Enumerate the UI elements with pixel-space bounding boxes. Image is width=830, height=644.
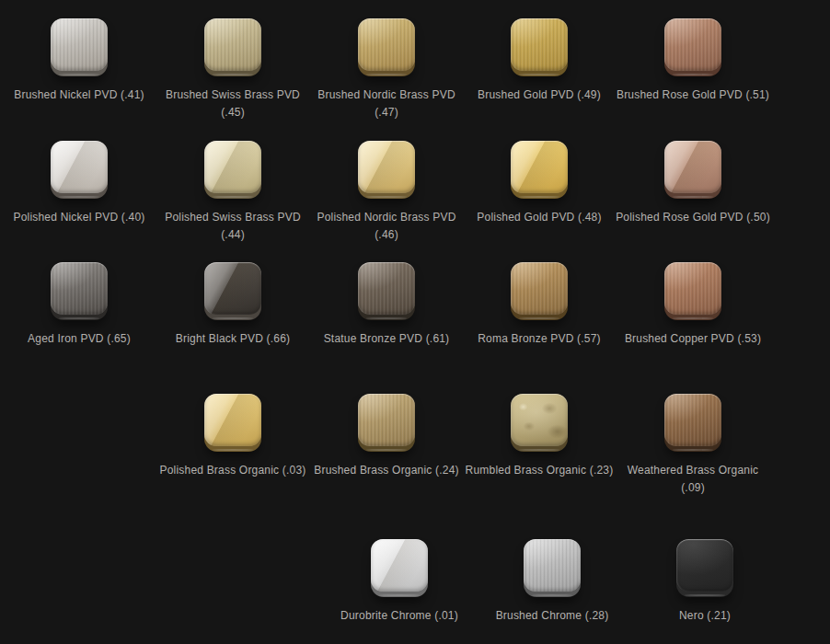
swatch-face bbox=[664, 141, 721, 193]
swatch-cell-brushed-rose-gold-pvd[interactable]: Brushed Rose Gold PVD (.51) bbox=[616, 18, 770, 104]
swatch-cell-polished-nickel-pvd[interactable]: Polished Nickel PVD (.40) bbox=[2, 141, 156, 226]
swatch-label-line1: Polished Swiss Brass PVD bbox=[156, 209, 310, 226]
finish-swatch[interactable] bbox=[51, 262, 108, 320]
swatch-label: Polished Gold PVD (.48) bbox=[462, 209, 617, 226]
finish-swatch[interactable] bbox=[511, 262, 568, 320]
finish-swatch[interactable] bbox=[664, 394, 721, 452]
swatch-cell-bright-black-pvd[interactable]: Bright Black PVD (.66) bbox=[156, 262, 310, 348]
swatch-label-line2: (.44) bbox=[156, 226, 310, 244]
swatch-cell-rumbled-brass-organic[interactable]: Rumbled Brass Organic (.23) bbox=[462, 394, 617, 479]
finish-swatch[interactable] bbox=[664, 262, 721, 320]
swatch-face bbox=[371, 539, 428, 592]
finish-picker-grid: Brushed Nickel PVD (.41) Brushed Swiss B… bbox=[0, 0, 830, 644]
finish-swatch[interactable] bbox=[511, 18, 568, 76]
swatch-cell-brushed-nickel-pvd[interactable]: Brushed Nickel PVD (.41) bbox=[2, 18, 156, 104]
swatch-label: Polished Nordic Brass PVD(.46) bbox=[309, 209, 464, 244]
finish-swatch[interactable] bbox=[51, 141, 108, 199]
swatch-label-line1: Statue Bronze PVD (.61) bbox=[309, 330, 464, 348]
swatch-label-line1: Polished Brass Organic (.03) bbox=[156, 462, 310, 479]
swatch-cell-polished-gold-pvd[interactable]: Polished Gold PVD (.48) bbox=[462, 141, 617, 226]
finish-swatch[interactable] bbox=[204, 262, 261, 320]
finish-swatch[interactable] bbox=[664, 18, 721, 76]
swatch-face bbox=[676, 539, 733, 592]
finish-swatch[interactable] bbox=[664, 141, 721, 199]
finish-swatch[interactable] bbox=[511, 394, 568, 452]
swatch-label: Brushed Brass Organic (.24) bbox=[309, 462, 464, 479]
swatch-label-line1: Aged Iron PVD (.65) bbox=[2, 330, 156, 348]
finish-swatch[interactable] bbox=[511, 141, 568, 199]
finish-swatch[interactable] bbox=[676, 539, 733, 597]
swatch-label: Nero (.21) bbox=[628, 607, 782, 625]
swatch-label-line1: Brushed Gold PVD (.49) bbox=[462, 86, 617, 104]
swatch-face bbox=[204, 394, 261, 446]
swatch-label: Brushed Rose Gold PVD (.51) bbox=[616, 86, 770, 104]
swatch-label-line2: (.09) bbox=[616, 479, 770, 497]
swatch-face bbox=[204, 141, 261, 193]
swatch-cell-brushed-chrome[interactable]: Brushed Chrome (.28) bbox=[475, 539, 629, 625]
swatch-label-line1: Polished Nordic Brass PVD bbox=[309, 209, 464, 226]
swatch-label: Roma Bronze PVD (.57) bbox=[462, 330, 617, 348]
finish-swatch[interactable] bbox=[204, 141, 261, 199]
swatch-face bbox=[51, 141, 108, 193]
swatch-cell-nero[interactable]: Nero (.21) bbox=[628, 539, 782, 625]
swatch-face bbox=[358, 18, 415, 71]
swatch-label: Polished Rose Gold PVD (.50) bbox=[616, 209, 770, 226]
finish-swatch[interactable] bbox=[358, 394, 415, 452]
swatch-cell-brushed-gold-pvd[interactable]: Brushed Gold PVD (.49) bbox=[462, 18, 617, 104]
finish-swatch[interactable] bbox=[358, 141, 415, 199]
swatch-label: Brushed Swiss Brass PVD(.45) bbox=[156, 86, 310, 121]
swatch-label-line1: Brushed Brass Organic (.24) bbox=[309, 462, 464, 479]
swatch-label: Brushed Gold PVD (.49) bbox=[462, 86, 617, 104]
swatch-label: Brushed Nickel PVD (.41) bbox=[2, 86, 156, 104]
swatch-label-line1: Brushed Nickel PVD (.41) bbox=[2, 86, 156, 104]
swatch-label: Polished Swiss Brass PVD(.44) bbox=[156, 209, 310, 244]
swatch-label-line1: Brushed Rose Gold PVD (.51) bbox=[616, 86, 770, 104]
swatch-label: Bright Black PVD (.66) bbox=[156, 330, 310, 348]
finish-swatch[interactable] bbox=[51, 18, 108, 76]
swatch-face bbox=[51, 18, 108, 71]
swatch-face bbox=[524, 539, 581, 592]
swatch-face bbox=[204, 262, 261, 315]
swatch-label: Statue Bronze PVD (.61) bbox=[309, 330, 464, 348]
swatch-cell-brushed-copper-pvd[interactable]: Brushed Copper PVD (.53) bbox=[616, 262, 770, 348]
swatch-face bbox=[511, 18, 568, 71]
swatch-cell-statue-bronze-pvd[interactable]: Statue Bronze PVD (.61) bbox=[309, 262, 464, 348]
swatch-face bbox=[358, 262, 415, 315]
swatch-cell-brushed-nordic-brass-pvd[interactable]: Brushed Nordic Brass PVD(.47) bbox=[309, 18, 464, 121]
swatch-label-line1: Brushed Chrome (.28) bbox=[475, 607, 629, 625]
swatch-cell-aged-iron-pvd[interactable]: Aged Iron PVD (.65) bbox=[2, 262, 156, 348]
swatch-label-line2: (.47) bbox=[309, 104, 464, 121]
swatch-label-line1: Weathered Brass Organic bbox=[616, 462, 770, 479]
swatch-face bbox=[51, 262, 108, 315]
swatch-face bbox=[358, 141, 415, 193]
swatch-face bbox=[511, 394, 568, 446]
swatch-face bbox=[511, 141, 568, 193]
swatch-cell-polished-brass-organic[interactable]: Polished Brass Organic (.03) bbox=[156, 394, 310, 479]
finish-swatch[interactable] bbox=[358, 18, 415, 76]
swatch-label-line1: Nero (.21) bbox=[628, 607, 782, 625]
finish-swatch[interactable] bbox=[204, 394, 261, 452]
swatch-cell-polished-swiss-brass-pvd[interactable]: Polished Swiss Brass PVD(.44) bbox=[156, 141, 310, 244]
swatch-face bbox=[358, 394, 415, 446]
swatch-face bbox=[204, 18, 261, 71]
swatch-cell-polished-rose-gold-pvd[interactable]: Polished Rose Gold PVD (.50) bbox=[616, 141, 770, 226]
swatch-label: Durobrite Chrome (.01) bbox=[322, 607, 477, 625]
swatch-cell-brushed-swiss-brass-pvd[interactable]: Brushed Swiss Brass PVD(.45) bbox=[156, 18, 310, 121]
finish-swatch[interactable] bbox=[204, 18, 261, 76]
swatch-face bbox=[664, 262, 721, 315]
swatch-label-line1: Bright Black PVD (.66) bbox=[156, 330, 310, 348]
swatch-label-line1: Brushed Nordic Brass PVD bbox=[309, 86, 464, 104]
finish-swatch[interactable] bbox=[524, 539, 581, 597]
swatch-cell-weathered-brass-organic[interactable]: Weathered Brass Organic(.09) bbox=[616, 394, 770, 497]
swatch-label-line2: (.45) bbox=[156, 104, 310, 121]
swatch-face bbox=[664, 394, 721, 446]
finish-swatch[interactable] bbox=[371, 539, 428, 597]
finish-swatch[interactable] bbox=[358, 262, 415, 320]
swatch-cell-roma-bronze-pvd[interactable]: Roma Bronze PVD (.57) bbox=[462, 262, 617, 348]
swatch-label-line1: Brushed Copper PVD (.53) bbox=[616, 330, 770, 348]
swatch-cell-brushed-brass-organic[interactable]: Brushed Brass Organic (.24) bbox=[309, 394, 464, 479]
swatch-cell-polished-nordic-brass-pvd[interactable]: Polished Nordic Brass PVD(.46) bbox=[309, 141, 464, 244]
swatch-label-line1: Brushed Swiss Brass PVD bbox=[156, 86, 310, 104]
swatch-cell-durobrite-chrome[interactable]: Durobrite Chrome (.01) bbox=[322, 539, 477, 625]
swatch-label: Weathered Brass Organic(.09) bbox=[616, 462, 770, 497]
